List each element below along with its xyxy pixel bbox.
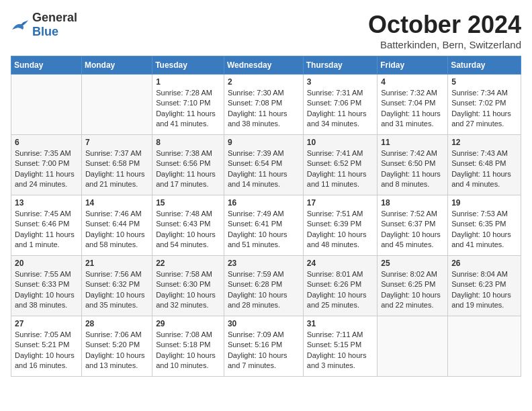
calendar-cell: 15Sunrise: 7:48 AMSunset: 6:43 PMDayligh… xyxy=(152,195,224,256)
day-number: 20 xyxy=(15,259,78,268)
day-number: 8 xyxy=(156,138,220,147)
calendar-cell: 8Sunrise: 7:38 AMSunset: 6:56 PMDaylight… xyxy=(152,135,224,195)
day-number: 15 xyxy=(156,198,220,208)
calendar-cell: 3Sunrise: 7:31 AMSunset: 7:06 PMDaylight… xyxy=(303,75,377,135)
day-number: 1 xyxy=(156,77,220,87)
day-number: 10 xyxy=(307,138,373,147)
calendar-cell: 23Sunrise: 7:59 AMSunset: 6:28 PMDayligh… xyxy=(224,256,303,316)
day-number: 9 xyxy=(228,138,300,147)
day-number: 11 xyxy=(381,138,444,147)
day-info: Sunrise: 7:38 AMSunset: 6:56 PMDaylight:… xyxy=(156,148,220,190)
calendar-cell: 9Sunrise: 7:39 AMSunset: 6:54 PMDaylight… xyxy=(224,135,303,195)
calendar-cell: 28Sunrise: 7:06 AMSunset: 5:20 PMDayligh… xyxy=(81,316,152,377)
day-info: Sunrise: 8:02 AMSunset: 6:25 PMDaylight:… xyxy=(381,269,444,311)
calendar-cell: 4Sunrise: 7:32 AMSunset: 7:04 PMDaylight… xyxy=(378,75,448,135)
calendar-cell: 30Sunrise: 7:09 AMSunset: 5:16 PMDayligh… xyxy=(224,316,303,377)
day-info: Sunrise: 7:09 AMSunset: 5:16 PMDaylight:… xyxy=(228,330,300,371)
day-info: Sunrise: 7:41 AMSunset: 6:52 PMDaylight:… xyxy=(307,148,373,190)
day-number: 5 xyxy=(451,77,517,87)
day-info: Sunrise: 7:42 AMSunset: 6:50 PMDaylight:… xyxy=(381,148,444,190)
day-number: 6 xyxy=(15,138,78,147)
col-wednesday: Wednesday xyxy=(224,56,303,75)
day-info: Sunrise: 7:58 AMSunset: 6:30 PMDaylight:… xyxy=(156,269,220,311)
calendar-cell: 12Sunrise: 7:43 AMSunset: 6:48 PMDayligh… xyxy=(448,135,521,195)
day-info: Sunrise: 7:08 AMSunset: 5:18 PMDaylight:… xyxy=(156,330,220,371)
week-row-5: 27Sunrise: 7:05 AMSunset: 5:21 PMDayligh… xyxy=(11,316,521,377)
day-info: Sunrise: 7:52 AMSunset: 6:37 PMDaylight:… xyxy=(381,209,444,250)
calendar-cell: 18Sunrise: 7:52 AMSunset: 6:37 PMDayligh… xyxy=(378,195,448,256)
calendar-cell: 10Sunrise: 7:41 AMSunset: 6:52 PMDayligh… xyxy=(303,135,377,195)
day-info: Sunrise: 8:01 AMSunset: 6:26 PMDaylight:… xyxy=(307,269,373,311)
logo-blue: Blue xyxy=(32,25,58,38)
day-number: 3 xyxy=(307,77,373,87)
day-info: Sunrise: 7:35 AMSunset: 7:00 PMDaylight:… xyxy=(15,148,78,190)
day-info: Sunrise: 7:56 AMSunset: 6:32 PMDaylight:… xyxy=(85,269,148,311)
month-title: October 2024 xyxy=(368,11,521,39)
day-number: 18 xyxy=(381,198,444,208)
calendar-cell: 2Sunrise: 7:30 AMSunset: 7:08 PMDaylight… xyxy=(224,75,303,135)
day-info: Sunrise: 7:31 AMSunset: 7:06 PMDaylight:… xyxy=(307,88,373,130)
day-info: Sunrise: 7:37 AMSunset: 6:58 PMDaylight:… xyxy=(85,148,148,190)
col-tuesday: Tuesday xyxy=(152,56,224,75)
day-number: 25 xyxy=(381,259,444,268)
calendar-cell: 24Sunrise: 8:01 AMSunset: 6:26 PMDayligh… xyxy=(303,256,377,316)
day-info: Sunrise: 7:49 AMSunset: 6:41 PMDaylight:… xyxy=(228,209,300,250)
calendar-cell: 25Sunrise: 8:02 AMSunset: 6:25 PMDayligh… xyxy=(378,256,448,316)
day-number: 7 xyxy=(85,138,148,147)
calendar-cell xyxy=(448,316,521,377)
day-info: Sunrise: 7:05 AMSunset: 5:21 PMDaylight:… xyxy=(15,330,78,371)
col-saturday: Saturday xyxy=(448,56,521,75)
calendar-cell: 13Sunrise: 7:45 AMSunset: 6:46 PMDayligh… xyxy=(11,195,82,256)
calendar-cell: 29Sunrise: 7:08 AMSunset: 5:18 PMDayligh… xyxy=(152,316,224,377)
day-number: 22 xyxy=(156,259,220,268)
location-subtitle: Batterkinden, Bern, Switzerland xyxy=(368,39,521,50)
col-sunday: Sunday xyxy=(11,56,82,75)
day-info: Sunrise: 7:30 AMSunset: 7:08 PMDaylight:… xyxy=(228,88,300,130)
day-number: 21 xyxy=(85,259,148,268)
day-info: Sunrise: 7:55 AMSunset: 6:33 PMDaylight:… xyxy=(15,269,78,311)
week-row-2: 6Sunrise: 7:35 AMSunset: 7:00 PMDaylight… xyxy=(11,135,521,195)
calendar-cell xyxy=(81,75,152,135)
day-number: 24 xyxy=(307,259,373,268)
calendar-cell: 27Sunrise: 7:05 AMSunset: 5:21 PMDayligh… xyxy=(11,316,82,377)
day-info: Sunrise: 7:39 AMSunset: 6:54 PMDaylight:… xyxy=(228,148,300,190)
calendar-cell: 20Sunrise: 7:55 AMSunset: 6:33 PMDayligh… xyxy=(11,256,82,316)
day-number: 17 xyxy=(307,198,373,208)
page-header: General Blue October 2024 Batterkinden, … xyxy=(11,11,521,50)
day-number: 29 xyxy=(156,319,220,328)
day-info: Sunrise: 7:32 AMSunset: 7:04 PMDaylight:… xyxy=(381,88,444,130)
calendar-cell: 26Sunrise: 8:04 AMSunset: 6:23 PMDayligh… xyxy=(448,256,521,316)
logo-general: General xyxy=(32,11,77,24)
day-info: Sunrise: 7:45 AMSunset: 6:46 PMDaylight:… xyxy=(15,209,78,250)
calendar-cell: 1Sunrise: 7:28 AMSunset: 7:10 PMDaylight… xyxy=(152,75,224,135)
day-info: Sunrise: 7:59 AMSunset: 6:28 PMDaylight:… xyxy=(228,269,300,311)
day-info: Sunrise: 7:34 AMSunset: 7:02 PMDaylight:… xyxy=(451,88,517,130)
calendar-cell: 22Sunrise: 7:58 AMSunset: 6:30 PMDayligh… xyxy=(152,256,224,316)
logo: General Blue xyxy=(11,11,77,39)
calendar-cell: 6Sunrise: 7:35 AMSunset: 7:00 PMDaylight… xyxy=(11,135,82,195)
day-number: 14 xyxy=(85,198,148,208)
day-number: 12 xyxy=(451,138,517,147)
calendar-cell: 11Sunrise: 7:42 AMSunset: 6:50 PMDayligh… xyxy=(378,135,448,195)
week-row-1: 1Sunrise: 7:28 AMSunset: 7:10 PMDaylight… xyxy=(11,75,521,135)
calendar-cell: 5Sunrise: 7:34 AMSunset: 7:02 PMDaylight… xyxy=(448,75,521,135)
calendar-cell xyxy=(11,75,82,135)
day-number: 28 xyxy=(85,319,148,328)
day-info: Sunrise: 7:51 AMSunset: 6:39 PMDaylight:… xyxy=(307,209,373,250)
day-number: 26 xyxy=(451,259,517,268)
calendar-cell: 14Sunrise: 7:46 AMSunset: 6:44 PMDayligh… xyxy=(81,195,152,256)
day-number: 23 xyxy=(228,259,300,268)
col-thursday: Thursday xyxy=(303,56,377,75)
day-info: Sunrise: 7:28 AMSunset: 7:10 PMDaylight:… xyxy=(156,88,220,130)
day-info: Sunrise: 7:53 AMSunset: 6:35 PMDaylight:… xyxy=(451,209,517,250)
calendar-cell: 31Sunrise: 7:11 AMSunset: 5:15 PMDayligh… xyxy=(303,316,377,377)
day-info: Sunrise: 7:06 AMSunset: 5:20 PMDaylight:… xyxy=(85,330,148,371)
calendar-cell xyxy=(378,316,448,377)
logo-text: General Blue xyxy=(32,11,77,39)
day-number: 16 xyxy=(228,198,300,208)
calendar-header: Sunday Monday Tuesday Wednesday Thursday… xyxy=(11,56,521,75)
day-number: 13 xyxy=(15,198,78,208)
calendar-table: Sunday Monday Tuesday Wednesday Thursday… xyxy=(11,56,521,377)
day-info: Sunrise: 8:04 AMSunset: 6:23 PMDaylight:… xyxy=(451,269,517,311)
col-friday: Friday xyxy=(378,56,448,75)
